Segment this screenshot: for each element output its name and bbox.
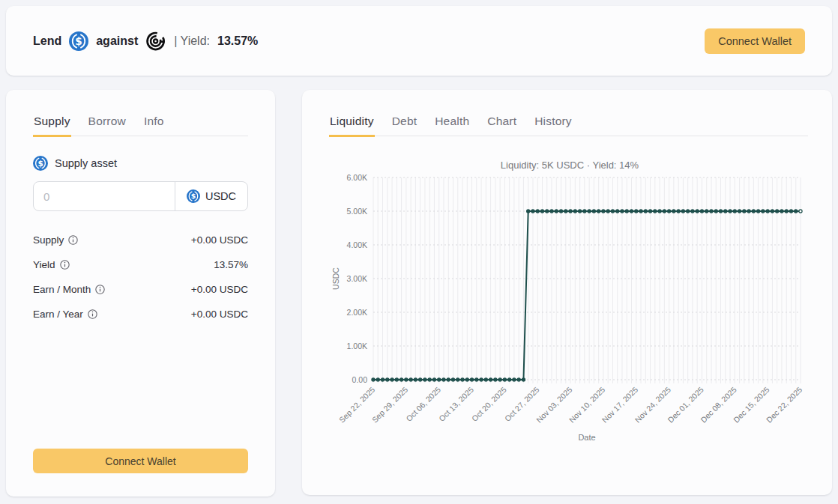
- svg-text:$: $: [76, 34, 82, 46]
- market-panel: LiquidityDebtHealthChartHistory 0.001.00…: [302, 90, 832, 495]
- currency-label: USDC: [205, 190, 236, 202]
- tab-supply[interactable]: Supply: [33, 115, 71, 137]
- svg-text:Date: Date: [578, 433, 595, 442]
- stat-label: Yield: [33, 259, 70, 270]
- against-label: against: [96, 34, 138, 48]
- svg-text:5.00K: 5.00K: [347, 207, 367, 216]
- info-icon[interactable]: [95, 285, 105, 294]
- connect-wallet-button[interactable]: Connect Wallet: [33, 449, 248, 473]
- stat-label: Earn / Month: [33, 284, 105, 295]
- usdc-icon: $: [69, 31, 88, 51]
- svg-text:4.00K: 4.00K: [347, 240, 367, 249]
- svg-text:1.00K: 1.00K: [347, 341, 367, 350]
- info-icon[interactable]: [60, 260, 70, 270]
- collateral-spiral-icon: [145, 31, 166, 52]
- stat-label: Earn / Year: [33, 309, 97, 320]
- supply-amount-input[interactable]: [34, 182, 175, 210]
- info-icon[interactable]: [68, 235, 78, 245]
- stat-row: Earn / Year +0.00 USDC: [33, 302, 248, 327]
- supply-asset-row: $ Supply asset: [33, 156, 248, 171]
- svg-text:3.00K: 3.00K: [347, 274, 367, 283]
- stat-label: Supply: [33, 234, 78, 246]
- connect-wallet-button[interactable]: Connect Wallet: [705, 28, 805, 54]
- currency-selector[interactable]: $ USDC: [175, 182, 247, 210]
- usdc-icon: $: [187, 189, 200, 203]
- stat-value: 13.57%: [214, 259, 248, 270]
- svg-text:$: $: [37, 159, 43, 168]
- supply-amount-box: $ USDC: [33, 181, 248, 211]
- stat-row: Earn / Month +0.00 USDC: [33, 277, 248, 302]
- info-icon[interactable]: [88, 309, 97, 319]
- yield-value: 13.57%: [217, 34, 258, 48]
- supply-panel: SupplyBorrowInfo $ Supply asset $ USDC S…: [6, 90, 275, 497]
- supply-asset-label: Supply asset: [55, 157, 117, 169]
- tab-info[interactable]: Info: [143, 115, 165, 136]
- tab-borrow[interactable]: Borrow: [88, 115, 127, 136]
- stat-row: Yield 13.57%: [33, 252, 248, 277]
- svg-text:6.00K: 6.00K: [347, 173, 367, 182]
- stat-value: +0.00 USDC: [191, 284, 248, 295]
- stat-value: +0.00 USDC: [191, 309, 248, 320]
- header-card: Lend $ against | Yield: 13.57% Connect W…: [6, 6, 832, 76]
- usdc-icon: $: [33, 156, 48, 171]
- stat-value: +0.00 USDC: [191, 234, 248, 246]
- liquidity-chart: 0.001.00K2.00K3.00K4.00K5.00K6.00KSep 22…: [302, 90, 832, 495]
- market-title: Lend $ against | Yield: 13.57%: [33, 31, 258, 52]
- lend-label: Lend: [33, 34, 61, 48]
- supply-stats: Supply +0.00 USDCYield 13.57%Earn / Mont…: [33, 228, 248, 327]
- svg-text:USDC: USDC: [331, 267, 340, 290]
- svg-text:Liquidity: 5K USDC · Yield: 14: Liquidity: 5K USDC · Yield: 14%: [501, 160, 639, 171]
- supply-panel-tabs: SupplyBorrowInfo: [33, 115, 248, 136]
- stat-row: Supply +0.00 USDC: [33, 228, 248, 252]
- svg-text:0.00: 0.00: [352, 375, 368, 384]
- svg-text:2.00K: 2.00K: [347, 308, 367, 317]
- svg-text:$: $: [191, 192, 196, 200]
- yield-label: | Yield:: [174, 34, 210, 48]
